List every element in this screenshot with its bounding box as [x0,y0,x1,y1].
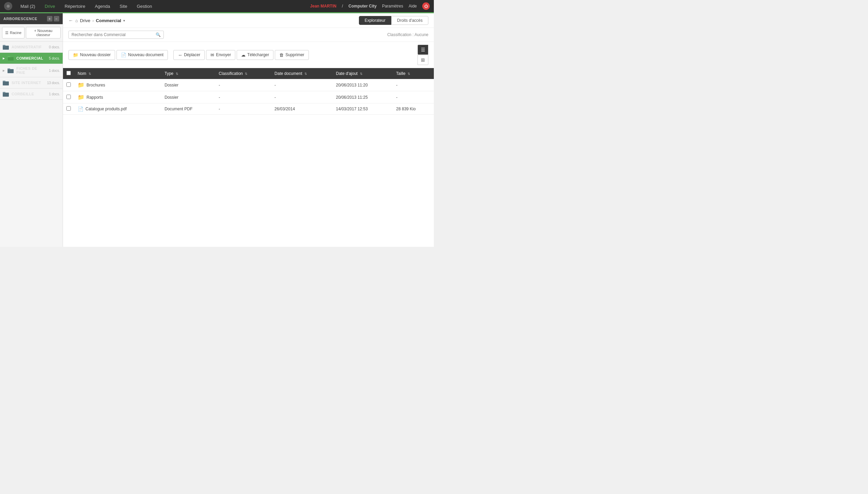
nav-repertoire[interactable]: Répertoire [63,3,87,10]
folder-plus-icon: 📁 [73,52,78,58]
logout-icon: ⏻ [424,4,428,8]
row-date-document: - [271,79,332,91]
row-name-cell[interactable]: 📁Rapports [74,91,161,103]
tree-items: ADMINISTRATIF 0 docs. ▶ COMMERCIAL 5 doc… [0,42,63,247]
nav-drive[interactable]: Drive [43,3,56,10]
logout-button[interactable]: ⏻ [422,2,430,10]
nouveau-classeur-button[interactable]: + Nouveau classeur [26,27,61,38]
sidebar-item-count: 1 docs. [49,69,60,73]
svg-rect-11 [3,82,9,85]
select-all-checkbox[interactable] [66,71,71,75]
sidebar-item-commercial[interactable]: ▶ COMMERCIAL 5 docs. [0,53,63,64]
envoyer-button[interactable]: ✉ Envoyer [206,50,235,60]
svg-rect-8 [8,69,14,73]
expand-arrow-icon: ▶ [3,57,5,60]
folder-icon [3,44,10,50]
sidebar-collapse-icon[interactable]: − [54,16,59,21]
sidebar-header-icons: + − [47,16,59,21]
th-date-ajout[interactable]: Date d'ajout ⇅ [333,68,393,79]
breadcrumb-current: Commercial [96,18,121,23]
document-plus-icon: 📄 [121,52,126,58]
row-date-ajout: 20/06/2013 11:20 [333,79,393,91]
nav-right-section: Jean MARTIN / Computer City Paramètres A… [310,2,430,10]
view-list-button[interactable]: ☰ [417,45,428,55]
back-button[interactable]: ← [68,18,73,23]
row-taille: - [393,79,434,91]
nouveau-dossier-button[interactable]: 📁 Nouveau dossier [68,50,115,60]
folder-icon [7,67,14,74]
classification-label: Classification : Aucune [387,32,428,37]
sidebar-item-fiches-de-paie[interactable]: ▶ FICHES DE PAIE 1 docs. [0,64,63,77]
telecharger-button[interactable]: ☁ Télécharger [237,50,273,60]
row-date-ajout: 20/06/2013 11:25 [333,91,393,103]
nouveau-document-button[interactable]: 📄 Nouveau document [116,50,168,60]
main-layout: ARBORESCENCE + − ☰ Racine + Nouveau clas… [0,13,434,247]
sidebar-expand-icon[interactable]: + [47,16,52,21]
nav-mail[interactable]: Mail (2) [19,3,36,10]
search-bar-row: 🔍 Classification : Aucune [63,28,434,42]
sidebar-item-administratif[interactable]: ADMINISTRATIF 0 docs. [0,42,63,53]
row-type: Document PDF [161,103,215,115]
file-table-body: 📁BrochuresDossier--20/06/2013 11:20-📁Rap… [63,79,434,115]
files-table: Nom ⇅ Type ⇅ Classification ⇅ Date doc [63,68,434,115]
row-taille: - [393,91,434,103]
breadcrumb-drive[interactable]: Drive [80,18,90,23]
sidebar-item-corbeille[interactable]: CORBEILLE 1 docs. [0,89,63,100]
table-row: 📁BrochuresDossier--20/06/2013 11:20- [63,79,434,91]
user-company-sep: / [342,4,343,9]
parametres-link[interactable]: Paramètres [382,4,403,9]
nav-agenda[interactable]: Agenda [93,3,111,10]
racine-button[interactable]: ☰ Racine [2,27,25,38]
sidebar-item-count: 1 docs. [49,92,60,96]
th-classification[interactable]: Classification ⇅ [215,68,271,79]
row-checkbox-cell [63,103,74,115]
tab-explorateur[interactable]: Explorateur [359,16,391,25]
trash-icon: 🗑 [279,52,284,58]
folder-icon [7,55,14,61]
row-name: Catalogue produits.pdf [85,107,127,111]
sidebar-item-count: 13 docs. [47,81,60,85]
list-view-icon: ☰ [421,47,425,52]
th-taille[interactable]: Taille ⇅ [393,68,434,79]
company-name: Computer City [348,4,377,9]
sidebar-item-count: 0 docs. [49,45,60,49]
breadcrumb: ← ⌂ Drive › Commercial ▾ [68,18,125,23]
row-classification: - [215,91,271,103]
sort-taille-icon: ⇅ [408,72,410,76]
th-name[interactable]: Nom ⇅ [74,68,161,79]
table-header-row: Nom ⇅ Type ⇅ Classification ⇅ Date doc [63,68,434,79]
search-icon[interactable]: 🔍 [156,32,161,37]
app-logo[interactable]: ⊗ [4,2,12,10]
toolbar: 📁 Nouveau dossier 📄 Nouveau document ↔ D… [63,42,434,68]
th-date-document[interactable]: Date document ⇅ [271,68,332,79]
send-icon: ✉ [210,52,214,58]
row-checkbox[interactable] [66,95,71,99]
document-icon: 📄 [78,106,83,112]
row-type: Dossier [161,91,215,103]
trash-icon [3,91,10,97]
row-name-cell[interactable]: 📄Catalogue produits.pdf [74,103,161,114]
toolbar-group-actions: ↔ Déplacer ✉ Envoyer ☁ Télécharger 🗑 Sup… [173,50,309,60]
content-area: ← ⌂ Drive › Commercial ▾ Explorateur Dro… [63,13,434,247]
deplacer-button[interactable]: ↔ Déplacer [173,50,205,60]
th-type[interactable]: Type ⇅ [161,68,215,79]
svg-rect-14 [3,93,9,96]
row-checkbox[interactable] [66,82,71,87]
breadcrumb-dropdown-icon[interactable]: ▾ [123,19,125,22]
sidebar-item-site-internet[interactable]: SITE INTERNET 13 docs. [0,77,63,89]
row-date-document: - [271,91,332,103]
row-checkbox[interactable] [66,106,71,111]
home-icon: ⌂ [75,18,78,23]
row-name: Brochures [86,83,105,87]
aide-link[interactable]: Aide [409,4,417,9]
sidebar-item-label: CORBEILLE [12,92,47,96]
search-input[interactable] [72,32,156,37]
row-name-cell[interactable]: 📁Brochures [74,79,161,91]
search-bar[interactable]: 🔍 [68,31,164,39]
sidebar-item-count: 5 docs. [49,57,60,60]
nav-gestion[interactable]: Gestion [136,3,154,10]
tab-droits-acces[interactable]: Droits d'accès [391,16,428,25]
supprimer-button[interactable]: 🗑 Supprimer [275,50,309,60]
nav-site[interactable]: Site [118,3,128,10]
view-grid-button[interactable]: ⊞ [417,55,428,65]
